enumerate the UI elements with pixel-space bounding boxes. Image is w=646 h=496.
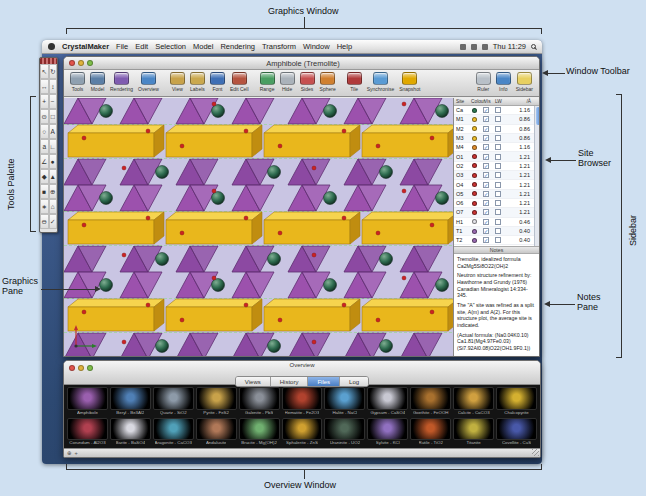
tab-views[interactable]: Views: [236, 377, 271, 386]
site-row-ca[interactable]: Ca✓1.16: [454, 106, 539, 115]
overview-tile-gypsum[interactable]: Gypsum - CaSO4: [367, 387, 408, 416]
column-colour[interactable]: Colour: [471, 99, 484, 104]
battery-icon[interactable]: [482, 44, 488, 50]
site-visible-checkbox[interactable]: ✓: [483, 182, 489, 188]
site-colour-swatch[interactable]: [472, 229, 477, 234]
tool-zoom-in[interactable]: +: [40, 94, 49, 109]
site-colour-swatch[interactable]: [472, 173, 477, 178]
site-visible-checkbox[interactable]: ✓: [483, 200, 489, 206]
overview-tile-sphalerite[interactable]: Sphalerite - ZnS: [282, 418, 323, 447]
minimize-button[interactable]: [78, 60, 84, 66]
tool-label[interactable]: A: [49, 124, 58, 139]
site-colour-swatch[interactable]: [472, 126, 477, 131]
tool-lasso[interactable]: ○: [40, 124, 49, 139]
resize-grip[interactable]: [532, 449, 539, 456]
tool-text[interactable]: a: [40, 139, 49, 154]
site-lw-checkbox[interactable]: [495, 191, 501, 197]
tool-zoom-out[interactable]: −: [49, 94, 58, 109]
tab-history[interactable]: History: [271, 377, 309, 386]
window-titlebar[interactable]: Amphibole (Tremolite): [64, 57, 539, 70]
overview-tile-sylvite[interactable]: Sylvite - KCl: [367, 418, 408, 447]
toolbar-button-view[interactable]: View: [168, 71, 187, 92]
bluetooth-icon[interactable]: [460, 44, 466, 50]
spotlight-icon[interactable]: [531, 44, 536, 49]
toolbar-button-font[interactable]: Font: [208, 71, 227, 92]
toolbar-button-synchronise[interactable]: Synchronise: [365, 71, 397, 92]
site-browser-scrollbar[interactable]: [534, 106, 539, 246]
zoom-button[interactable]: [87, 60, 93, 66]
scrollbar-thumb[interactable]: [536, 107, 540, 125]
toolbar-button-edit-cell[interactable]: Edit Cell: [228, 71, 251, 92]
tool-origin[interactable]: ⊕: [49, 184, 58, 199]
pan-icon[interactable]: ⊕: [67, 450, 72, 456]
notes-header[interactable]: Notes: [454, 246, 539, 254]
site-lw-checkbox[interactable]: [495, 219, 501, 225]
minimize-button[interactable]: [78, 365, 84, 371]
site-row-t2[interactable]: T2✓0.40: [454, 236, 539, 245]
zoom-icon[interactable]: +: [75, 450, 78, 456]
site-colour-swatch[interactable]: [472, 219, 477, 224]
toolbar-button-ruler[interactable]: Ruler: [474, 71, 493, 92]
overview-tile-covellite[interactable]: Covellite - CuS: [496, 418, 537, 447]
overview-tile-andalusite[interactable]: Andalusite: [196, 418, 237, 447]
site-colour-swatch[interactable]: [472, 238, 477, 243]
site-lw-checkbox[interactable]: [495, 172, 501, 178]
toolbar-button-range[interactable]: Range: [258, 71, 277, 92]
site-row-o6[interactable]: O6✓1.21: [454, 199, 539, 208]
toolbar-button-rendering[interactable]: Rendering: [108, 71, 135, 92]
site-visible-checkbox[interactable]: ✓: [483, 144, 489, 150]
site-row-t1[interactable]: T1✓0.40: [454, 227, 539, 236]
site-visible-checkbox[interactable]: ✓: [483, 126, 489, 132]
tool-home[interactable]: ⌂: [49, 199, 58, 214]
overview-tile-pyrite[interactable]: Pyrite - FeS2: [196, 387, 237, 416]
site-lw-checkbox[interactable]: [495, 200, 501, 206]
overview-tile-beryl[interactable]: Beryl - Be3Al2: [110, 387, 151, 416]
overview-tile-chalcopyrite[interactable]: Chalcopyrite: [496, 387, 537, 416]
site-lw-checkbox[interactable]: [495, 126, 501, 132]
site-row-o7[interactable]: O7✓1.21: [454, 208, 539, 217]
overview-tile-corundum[interactable]: Corundum - Al2O3: [67, 418, 108, 447]
tool-pan[interactable]: ↔: [40, 79, 49, 94]
overview-tile-uraninite[interactable]: Uraninite - UO2: [324, 418, 365, 447]
site-lw-checkbox[interactable]: [495, 144, 501, 150]
overview-tile-aragonite[interactable]: Aragonite - CaCO3: [153, 418, 194, 447]
site-colour-swatch[interactable]: [472, 210, 477, 215]
tab-log[interactable]: Log: [340, 377, 368, 386]
site-lw-checkbox[interactable]: [495, 228, 501, 234]
overview-tile-barite[interactable]: Barite - BaSO4: [110, 418, 151, 447]
site-colour-swatch[interactable]: [472, 154, 477, 159]
site-row-o5[interactable]: O5✓1.21: [454, 190, 539, 199]
volume-icon[interactable]: [471, 44, 477, 50]
site-lw-checkbox[interactable]: [495, 209, 501, 215]
site-row-h1[interactable]: H1✓0.46: [454, 218, 539, 227]
site-visible-checkbox[interactable]: ✓: [483, 237, 489, 243]
tool-atoms[interactable]: ●: [49, 154, 58, 169]
tool-angle[interactable]: ∠: [40, 154, 49, 169]
tool-select[interactable]: ↖: [40, 64, 49, 79]
overview-tile-hematite[interactable]: Hematite - Fe2O3: [282, 387, 323, 416]
overview-tile-calcite[interactable]: Calcite - CaCO3: [453, 387, 494, 416]
toolbar-button-sidebar-toggle[interactable]: Sidebar: [514, 71, 535, 92]
site-visible-checkbox[interactable]: ✓: [483, 116, 489, 122]
apple-menu-icon[interactable]: [48, 43, 55, 50]
close-button[interactable]: [69, 365, 75, 371]
column-lw[interactable]: LW: [495, 99, 506, 104]
site-visible-checkbox[interactable]: ✓: [483, 135, 489, 141]
toolbar-button-hide[interactable]: Hide: [278, 71, 297, 92]
menu-selection[interactable]: Selection: [155, 42, 186, 51]
site-colour-swatch[interactable]: [472, 201, 477, 206]
site-row-o1[interactable]: O1✓1.21: [454, 152, 539, 161]
site-row-o4[interactable]: O4✓1.21: [454, 180, 539, 189]
site-lw-checkbox[interactable]: [495, 116, 501, 122]
menu-file[interactable]: File: [116, 42, 128, 51]
site-visible-checkbox[interactable]: ✓: [483, 154, 489, 160]
toolbar-button-tools[interactable]: Tools: [68, 71, 87, 92]
overview-tile-amphibole[interactable]: Amphibole: [67, 387, 108, 416]
toolbar-button-info[interactable]: Info: [494, 71, 513, 92]
close-button[interactable]: [69, 60, 75, 66]
site-visible-checkbox[interactable]: ✓: [483, 228, 489, 234]
site-visible-checkbox[interactable]: ✓: [483, 219, 489, 225]
menu-help[interactable]: Help: [337, 42, 352, 51]
toolbar-button-tile[interactable]: Tile: [345, 71, 364, 92]
tool-bonds[interactable]: ◆: [40, 169, 49, 184]
